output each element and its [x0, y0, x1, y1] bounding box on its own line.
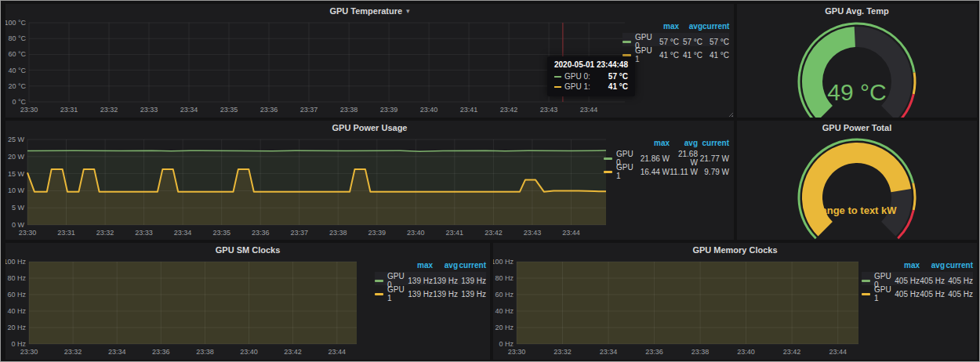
gpu-sm-clocks-legend: maxavgcurrentGPU 0139 Hz139 Hz139 HzGPU …: [375, 259, 486, 299]
svg-text:80 °C: 80 °C: [8, 34, 26, 42]
gpu-memory-clocks-legend: maxavgcurrentGPU 0405 Hz405 Hz405 HzGPU …: [862, 259, 973, 299]
svg-text:23:38: 23:38: [691, 348, 710, 356]
svg-text:23:37: 23:37: [300, 106, 318, 114]
graph-tooltip: 2020-05-01 23:44:48 GPU 0: 57 °C GPU 1: …: [547, 56, 635, 96]
panel-gpu-power-total: GPU Power Total range to text kW: [737, 121, 977, 240]
panel-title-gpu-avg-temp[interactable]: GPU Avg. Temp: [737, 4, 977, 18]
svg-text:23:34: 23:34: [108, 348, 126, 356]
svg-text:0 Hz: 0 Hz: [11, 340, 26, 348]
svg-text:23:36: 23:36: [152, 348, 170, 356]
svg-text:100 Hz: 100 Hz: [493, 258, 514, 266]
series-color-chip: [554, 86, 561, 88]
legend-row[interactable]: GPU 1139 Hz139 Hz139 Hz: [375, 285, 486, 299]
svg-text:23:32: 23:32: [64, 348, 82, 356]
panel-title-gpu-memory-clocks[interactable]: GPU Memory Clocks: [493, 243, 977, 257]
svg-text:5 W: 5 W: [12, 204, 25, 212]
svg-text:25 W: 25 W: [8, 136, 25, 143]
panel-resize-handle[interactable]: [728, 111, 733, 117]
svg-text:60 °C: 60 °C: [8, 50, 26, 58]
svg-text:23:39: 23:39: [368, 229, 387, 237]
svg-text:20 W: 20 W: [8, 153, 25, 161]
svg-text:49 °C: 49 °C: [827, 79, 886, 105]
svg-text:0 Hz: 0 Hz: [499, 340, 514, 348]
tooltip-timestamp: 2020-05-01 23:44:48: [554, 60, 628, 69]
svg-text:23:31: 23:31: [57, 229, 75, 237]
tooltip-row: GPU 1: 41 °C: [554, 81, 628, 92]
panel-gpu-sm-clocks: GPU SM Clocks 0 Hz20 Hz40 Hz60 Hz80 Hz10…: [5, 243, 490, 360]
gpu-power-total-gauge: range to text kW: [737, 135, 977, 240]
series-color-chip: [604, 171, 612, 173]
svg-text:100 °C: 100 °C: [5, 19, 26, 27]
svg-text:23:34: 23:34: [600, 348, 618, 356]
svg-text:10 W: 10 W: [8, 186, 25, 194]
legend-row[interactable]: GPU 021.86 W21.68 W21.77 W: [604, 150, 729, 163]
legend-row[interactable]: GPU 0405 Hz405 Hz405 Hz: [862, 272, 973, 285]
svg-text:23:41: 23:41: [460, 106, 478, 114]
series-color-chip: [375, 280, 383, 282]
legend-header: maxavgcurrent: [622, 20, 729, 33]
svg-text:23:33: 23:33: [140, 106, 158, 114]
svg-text:20 Hz: 20 Hz: [495, 324, 514, 331]
legend-row[interactable]: GPU 141 °C41 °C41 °C: [622, 46, 729, 60]
legend-row[interactable]: GPU 1405 Hz405 Hz405 Hz: [862, 285, 973, 299]
svg-text:23:42: 23:42: [284, 348, 302, 356]
series-color-chip: [862, 280, 870, 282]
panel-gpu-memory-clocks: GPU Memory Clocks 0 Hz20 Hz40 Hz60 Hz80 …: [493, 243, 977, 360]
panel-title-gpu-sm-clocks[interactable]: GPU SM Clocks: [5, 243, 490, 257]
svg-text:23:44: 23:44: [328, 348, 347, 356]
svg-text:0 W: 0 W: [12, 221, 25, 229]
series-color-chip: [375, 293, 383, 295]
gpu-power-usage-chart[interactable]: 0 W5 W10 W15 W20 W25 W23:3023:3123:3223:…: [5, 135, 609, 238]
panel-title-gpu-temperature[interactable]: GPU Temperature ▾: [5, 4, 734, 18]
svg-text:23:42: 23:42: [500, 106, 518, 114]
legend-row[interactable]: GPU 057 °C57 °C57 °C: [622, 33, 729, 46]
series-color-chip: [622, 41, 631, 43]
svg-text:0 °C: 0 °C: [12, 98, 26, 106]
svg-text:100 Hz: 100 Hz: [5, 258, 26, 266]
svg-text:60 Hz: 60 Hz: [7, 291, 26, 299]
svg-text:23:32: 23:32: [554, 348, 572, 356]
grafana-dashboard: GPU Temperature ▾ 0 °C20 °C40 °C60 °C80 …: [0, 0, 980, 362]
svg-text:80 Hz: 80 Hz: [7, 274, 26, 282]
svg-text:23:42: 23:42: [783, 348, 801, 356]
panel-gpu-temperature: GPU Temperature ▾ 0 °C20 °C40 °C60 °C80 …: [5, 4, 734, 118]
gpu-avg-temp-gauge: 49 °C: [737, 18, 977, 118]
legend-header: maxavgcurrent: [862, 259, 973, 272]
svg-text:23:39: 23:39: [380, 106, 398, 114]
panel-gpu-power-usage: GPU Power Usage 0 W5 W10 W15 W20 W25 W23…: [5, 121, 734, 240]
svg-text:23:44: 23:44: [562, 229, 580, 237]
svg-text:20 °C: 20 °C: [8, 82, 26, 90]
panel-title-gpu-power-total[interactable]: GPU Power Total: [737, 121, 977, 135]
gpu-sm-clocks-chart[interactable]: 0 Hz20 Hz40 Hz60 Hz80 Hz100 Hz23:3023:32…: [5, 257, 360, 357]
series-color-chip: [862, 293, 870, 295]
svg-text:20 Hz: 20 Hz: [7, 324, 26, 331]
svg-text:23:36: 23:36: [252, 229, 270, 237]
svg-text:23:38: 23:38: [329, 229, 347, 237]
svg-text:23:44: 23:44: [829, 348, 847, 356]
svg-text:23:37: 23:37: [290, 229, 308, 237]
svg-text:23:30: 23:30: [20, 348, 38, 356]
svg-text:23:40: 23:40: [420, 106, 438, 114]
svg-text:23:30: 23:30: [20, 106, 38, 114]
legend-row[interactable]: GPU 116.44 W11.11 W9.79 W: [604, 163, 729, 176]
svg-text:23:31: 23:31: [60, 106, 78, 114]
legend-header: maxavgcurrent: [604, 136, 729, 150]
svg-text:40 °C: 40 °C: [8, 67, 26, 74]
gpu-temperature-chart[interactable]: 0 °C20 °C40 °C60 °C80 °C100 °C23:3023:31…: [5, 18, 628, 115]
svg-text:23:35: 23:35: [212, 229, 230, 237]
svg-text:40 Hz: 40 Hz: [7, 307, 26, 315]
series-color-chip: [554, 76, 561, 78]
svg-text:23:33: 23:33: [135, 229, 153, 237]
svg-text:23:36: 23:36: [260, 106, 278, 114]
svg-text:23:44: 23:44: [580, 106, 598, 114]
svg-text:23:42: 23:42: [485, 229, 503, 237]
legend-row[interactable]: GPU 0139 Hz139 Hz139 Hz: [375, 272, 486, 285]
svg-text:23:35: 23:35: [220, 106, 238, 114]
svg-text:23:30: 23:30: [19, 229, 37, 237]
svg-text:range to text kW: range to text kW: [817, 205, 897, 216]
svg-text:80 Hz: 80 Hz: [495, 274, 514, 282]
panel-title-gpu-power-usage[interactable]: GPU Power Usage: [5, 121, 734, 135]
legend-header: maxavgcurrent: [375, 259, 486, 272]
gpu-memory-clocks-chart[interactable]: 0 Hz20 Hz40 Hz60 Hz80 Hz100 Hz23:3023:32…: [493, 257, 862, 357]
panel-gpu-avg-temp: GPU Avg. Temp 49 °C: [737, 4, 977, 118]
